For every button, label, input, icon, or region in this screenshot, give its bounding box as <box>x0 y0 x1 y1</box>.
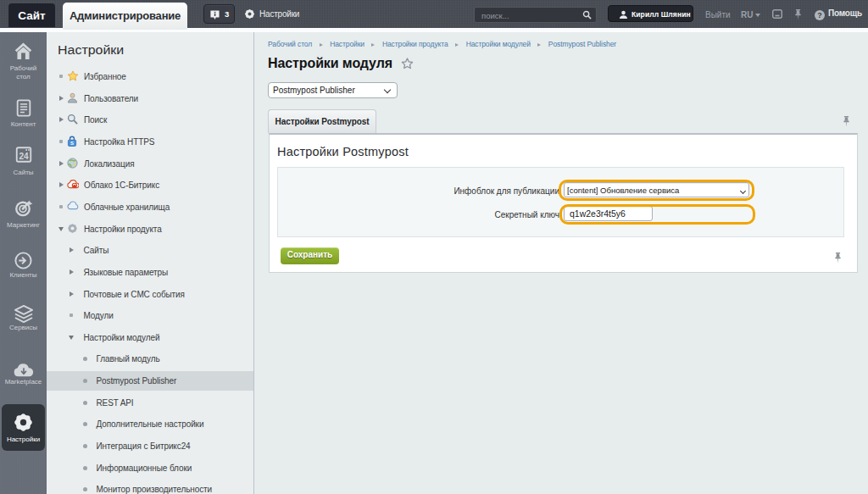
svg-text:24: 24 <box>19 152 29 161</box>
svg-text:S: S <box>70 141 74 146</box>
